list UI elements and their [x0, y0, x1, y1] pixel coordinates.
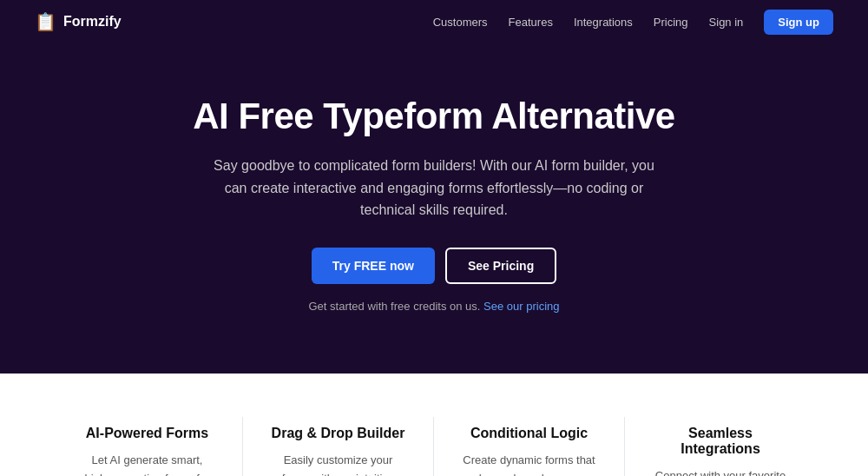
feature-conditional-logic-title: Conditional Logic — [460, 426, 598, 441]
features-section: AI-Powered Forms Let AI generate smart, … — [0, 374, 868, 476]
feature-drag-drop-desc: Easily customize your forms with our int… — [269, 452, 407, 476]
nav-links: Customers Features Integrations Pricing … — [433, 10, 833, 35]
feature-ai-forms: AI-Powered Forms Let AI generate smart, … — [52, 417, 243, 476]
feature-conditional-logic-desc: Create dynamic forms that change based o… — [460, 452, 598, 476]
try-free-button[interactable]: Try FREE now — [312, 248, 435, 284]
feature-integrations: Seamless Integrations Connect with your … — [625, 417, 816, 476]
hero-buttons: Try FREE now See Pricing — [35, 248, 833, 284]
feature-drag-drop: Drag & Drop Builder Easily customize you… — [243, 417, 434, 476]
feature-drag-drop-title: Drag & Drop Builder — [269, 426, 407, 441]
feature-conditional-logic: Conditional Logic Create dynamic forms t… — [434, 417, 625, 476]
see-pricing-button[interactable]: See Pricing — [445, 248, 556, 284]
feature-ai-forms-desc: Let AI generate smart, high-converting f… — [78, 452, 216, 476]
nav-signup-button[interactable]: Sign up — [764, 10, 833, 35]
nav-pricing[interactable]: Pricing — [654, 16, 688, 29]
logo-icon: 📋 — [35, 11, 56, 32]
feature-integrations-title: Seamless Integrations — [651, 426, 790, 457]
hero-title: AI Free Typeform Alternative — [35, 96, 833, 137]
hero-pricing-link[interactable]: See our pricing — [483, 300, 559, 313]
nav-signin[interactable]: Sign in — [709, 16, 744, 29]
navbar: 📋 Formzify Customers Features Integratio… — [0, 0, 868, 43]
nav-integrations[interactable]: Integrations — [574, 16, 633, 29]
hero-section: AI Free Typeform Alternative Say goodbye… — [0, 43, 868, 374]
hero-description: Say goodbye to complicated form builders… — [208, 155, 660, 221]
nav-customers[interactable]: Customers — [433, 16, 488, 29]
logo-text: Formzify — [63, 14, 122, 30]
hero-sub-label: Get started with free credits on us. — [308, 300, 480, 313]
feature-integrations-desc: Connect with your favorite tools like Za… — [651, 467, 790, 476]
hero-subtext: Get started with free credits on us. See… — [35, 300, 833, 313]
logo: 📋 Formzify — [35, 11, 122, 32]
feature-ai-forms-title: AI-Powered Forms — [78, 426, 216, 441]
nav-features[interactable]: Features — [509, 16, 553, 29]
